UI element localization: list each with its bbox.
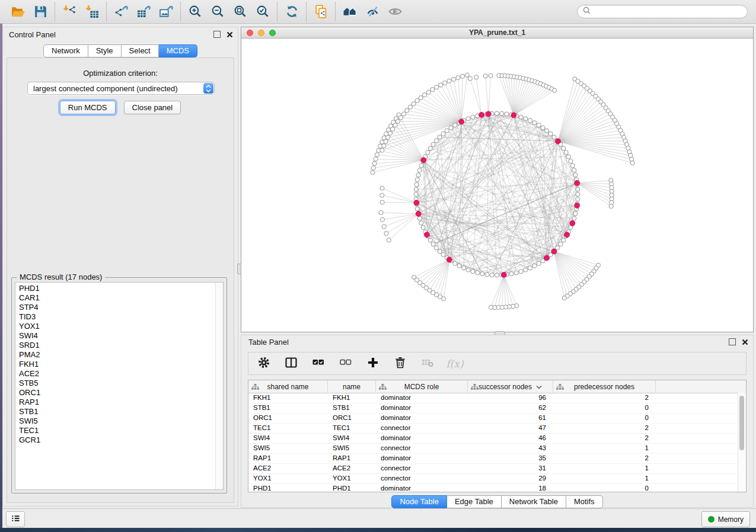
table-row[interactable]: SWI5SWI5connector431 xyxy=(248,444,746,454)
mcds-result-item[interactable]: RAP1 xyxy=(15,398,223,407)
cell-mcds_role[interactable]: dominator xyxy=(376,454,468,463)
cell-successor_nodes[interactable]: 29 xyxy=(468,474,553,483)
close-panel-icon[interactable] xyxy=(227,31,233,38)
refresh-view-button[interactable] xyxy=(282,2,301,21)
import-table-button[interactable] xyxy=(82,2,101,21)
table-row[interactable]: RAP1RAP1dominator352 xyxy=(248,454,746,464)
cell-mcds_role[interactable]: dominator xyxy=(376,393,468,403)
network-canvas[interactable] xyxy=(241,39,753,332)
cell-successor_nodes[interactable]: 47 xyxy=(468,424,553,433)
cell-name[interactable]: FKH1 xyxy=(328,393,376,403)
cell-shared_name[interactable]: PHD1 xyxy=(248,484,328,492)
cell-mcds_role[interactable]: dominator xyxy=(376,434,468,443)
cell-name[interactable]: SWI5 xyxy=(328,444,376,453)
cell-successor_nodes[interactable]: 35 xyxy=(468,454,553,463)
cell-successor_nodes[interactable]: 96 xyxy=(468,393,553,403)
cell-shared_name[interactable]: RAP1 xyxy=(248,454,328,463)
network-graph[interactable] xyxy=(241,39,753,332)
export-table-button[interactable] xyxy=(134,2,153,21)
mcds-result-item[interactable]: GCR1 xyxy=(15,435,223,445)
table-row[interactable]: ACE2ACE2connector311 xyxy=(248,464,746,474)
cell-name[interactable]: SWI4 xyxy=(328,434,376,443)
cell-predecessor_nodes[interactable]: 1 xyxy=(553,474,656,483)
cell-successor_nodes[interactable]: 18 xyxy=(468,484,553,492)
cell-predecessor_nodes[interactable]: 2 xyxy=(553,424,656,433)
mcds-result-item[interactable]: YOX1 xyxy=(15,322,223,331)
result-list-scrollbar[interactable] xyxy=(215,283,223,489)
run-mcds-button[interactable]: Run MCDS xyxy=(60,101,116,114)
column-layout-button[interactable] xyxy=(284,357,298,371)
cell-mcds_role[interactable]: dominator xyxy=(376,414,468,423)
float-panel-icon[interactable] xyxy=(729,338,736,345)
cell-name[interactable]: TEC1 xyxy=(328,424,376,433)
column-header-name[interactable]: name xyxy=(328,380,376,393)
tab-edge-table[interactable]: Edge Table xyxy=(447,495,502,508)
cell-predecessor_nodes[interactable]: 2 xyxy=(553,454,656,463)
tab-style[interactable]: Style xyxy=(88,44,122,57)
mcds-result-item[interactable]: SWI4 xyxy=(15,331,223,341)
cell-name[interactable]: RAP1 xyxy=(328,454,376,463)
table-row[interactable]: SWI4SWI4dominator462 xyxy=(248,434,746,444)
cell-shared_name[interactable]: ACE2 xyxy=(248,464,328,473)
table-row[interactable]: ORC1ORC1dominator610 xyxy=(248,414,746,424)
mcds-result-item[interactable]: SWI5 xyxy=(15,416,223,426)
column-header-successor-nodes[interactable]: successor nodes xyxy=(468,380,553,393)
cell-name[interactable]: PHD1 xyxy=(328,484,376,492)
column-header-MCDS-role[interactable]: MCDS role xyxy=(376,380,468,393)
tab-select[interactable]: Select xyxy=(122,44,159,57)
tab-network[interactable]: Network xyxy=(43,44,88,57)
mcds-result-item[interactable]: PHD1 xyxy=(15,284,223,293)
add-column-button[interactable] xyxy=(366,357,380,371)
cell-successor_nodes[interactable]: 61 xyxy=(468,414,553,423)
cell-successor_nodes[interactable]: 62 xyxy=(468,403,553,413)
zoom-fit-button[interactable] xyxy=(231,2,250,21)
mcds-result-item[interactable]: TID3 xyxy=(15,312,223,322)
cell-successor_nodes[interactable]: 43 xyxy=(468,444,553,453)
cell-shared_name[interactable]: STB1 xyxy=(248,403,328,413)
home-button[interactable] xyxy=(340,2,359,21)
export-network-button[interactable] xyxy=(111,2,130,21)
tab-mcds[interactable]: MCDS xyxy=(159,44,197,57)
mcds-result-item[interactable]: STB5 xyxy=(15,379,223,388)
cell-shared_name[interactable]: SWI5 xyxy=(248,444,328,453)
cell-name[interactable]: STB1 xyxy=(328,403,376,413)
criterion-select[interactable]: largest connected component (undirected) xyxy=(27,82,215,95)
column-header-shared-name[interactable]: shared name xyxy=(248,380,328,393)
tab-motifs[interactable]: Motifs xyxy=(566,495,603,508)
cell-mcds_role[interactable]: connector xyxy=(376,424,468,433)
tab-node-table[interactable]: Node Table xyxy=(391,495,447,508)
cell-mcds_role[interactable]: dominator xyxy=(376,484,468,492)
cell-successor_nodes[interactable]: 31 xyxy=(468,464,553,473)
task-history-button[interactable] xyxy=(6,511,25,527)
mcds-result-item[interactable]: FKH1 xyxy=(15,360,223,369)
select-all-button[interactable] xyxy=(311,357,326,371)
zoom-selected-button[interactable] xyxy=(253,2,272,21)
table-row[interactable]: STB1STB1dominator620 xyxy=(248,403,746,414)
settings-button[interactable] xyxy=(257,357,271,371)
mcds-result-item[interactable]: PMA2 xyxy=(15,350,223,360)
table-row[interactable]: YOX1YOX1connector291 xyxy=(248,474,746,484)
cell-predecessor_nodes[interactable]: 1 xyxy=(553,464,656,473)
network-window-titlebar[interactable]: YPA_prune.txt_1 xyxy=(241,27,753,39)
cell-shared_name[interactable]: FKH1 xyxy=(248,393,328,403)
toggle-style-button[interactable] xyxy=(363,2,382,21)
cell-name[interactable]: YOX1 xyxy=(328,474,376,483)
close-panel-button[interactable]: Close panel xyxy=(124,101,181,114)
table-row[interactable]: PHD1PHD1dominator180 xyxy=(248,484,746,492)
cell-predecessor_nodes[interactable]: 0 xyxy=(553,403,656,413)
cell-mcds_role[interactable]: connector xyxy=(376,464,468,473)
cell-successor_nodes[interactable]: 46 xyxy=(468,434,553,443)
mcds-result-item[interactable]: TEC1 xyxy=(15,426,223,435)
open-session-button[interactable] xyxy=(8,2,27,21)
table-scrollbar-thumb[interactable] xyxy=(739,396,744,450)
import-network-button[interactable] xyxy=(60,2,79,21)
cell-predecessor_nodes[interactable]: 2 xyxy=(553,434,656,443)
cell-shared_name[interactable]: ORC1 xyxy=(248,414,328,423)
table-scrollbar[interactable] xyxy=(738,393,746,492)
clone-network-button[interactable] xyxy=(311,2,330,21)
delete-column-button[interactable] xyxy=(393,357,407,371)
mcds-result-item[interactable]: STP4 xyxy=(15,303,223,312)
deselect-all-button[interactable] xyxy=(339,357,353,371)
cell-predecessor_nodes[interactable]: 1 xyxy=(553,444,656,453)
export-image-button[interactable] xyxy=(157,2,176,21)
